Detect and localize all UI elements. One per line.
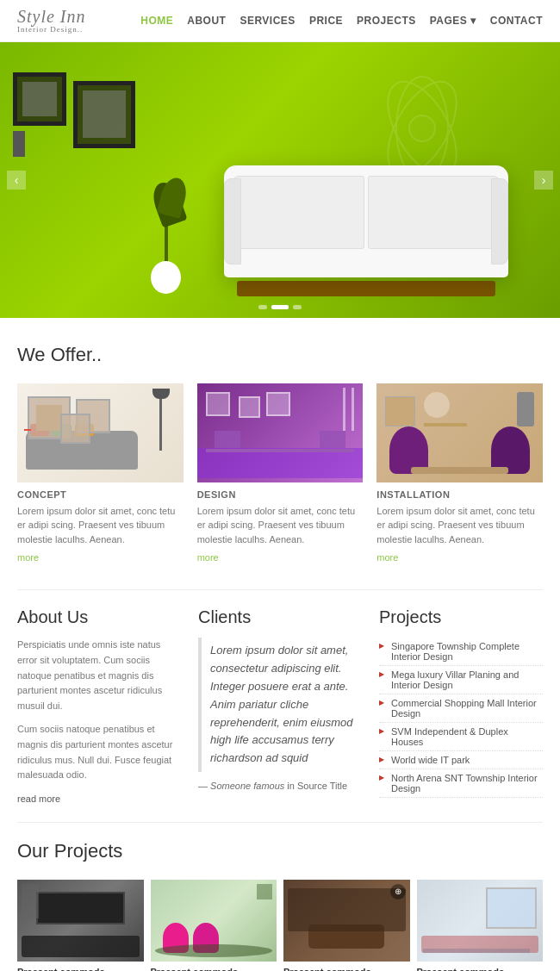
hero-dot-2[interactable] xyxy=(271,305,289,309)
offer-item-concept: CONCEPT Lorem ipsum dolor sit amet, conc… xyxy=(17,383,184,564)
nav-home[interactable]: HOME xyxy=(140,15,173,27)
concept-text: Lorem ipsum dolor sit amet, conc tetu er… xyxy=(17,504,184,547)
concept-category: CONCEPT xyxy=(17,489,184,500)
install-text: Lorem ipsum dolor sit amet, conc tetu er… xyxy=(376,504,543,547)
project-3-overlay: ⊕ xyxy=(390,884,406,899)
project-1-title: Praesent commodo xyxy=(17,967,144,971)
about-title: About Us xyxy=(17,607,181,627)
projects-list: Singapore Township Complete Interior Des… xyxy=(379,638,543,798)
offer-img-install xyxy=(376,383,543,482)
list-item: World wide IT park xyxy=(379,751,543,769)
project-item-1: Praesent commodo Nullam Condimentum Nibh… xyxy=(17,880,144,971)
project-4-title: Praesent commodo xyxy=(417,967,544,971)
hero-dot-3[interactable] xyxy=(293,305,302,309)
nav-price[interactable]: PRICE xyxy=(309,15,343,27)
offer-img-design xyxy=(197,383,364,482)
logo: Style Inn Interior Design.. xyxy=(17,7,86,34)
three-col-section: About Us Perspiciatis unde omnis iste na… xyxy=(0,590,560,821)
design-more-link[interactable]: more xyxy=(197,552,219,563)
about-read-more[interactable]: read more xyxy=(17,794,60,804)
list-item: Mega luxury Villar Planing and Interior … xyxy=(379,666,543,694)
nav-projects[interactable]: PROJECTS xyxy=(357,15,416,27)
clients-source: — Someone famous in Source Title xyxy=(198,781,362,791)
offer-grid: CONCEPT Lorem ipsum dolor sit amet, conc… xyxy=(17,383,543,564)
we-offer-section: We Offer.. xyxy=(0,318,560,590)
design-category: DESIGN xyxy=(197,489,364,500)
project-item-4: Praesent commodo Nullam Condimentum Nibh… xyxy=(417,880,544,971)
project-4-window xyxy=(486,887,537,929)
main-nav: HOME ABOUT SERVICES PRICE PROJECTS PAGES… xyxy=(140,15,543,27)
nav-services[interactable]: SERVICES xyxy=(240,15,295,27)
install-category: INSTALLATION xyxy=(376,489,543,500)
project-2-title: Praesent commodo xyxy=(151,967,277,971)
project-img-4 xyxy=(417,880,544,962)
about-text-1: Perspiciatis unde omnis iste natus error… xyxy=(17,638,181,713)
project-img-2 xyxy=(151,880,277,962)
list-item: Singapore Township Complete Interior Des… xyxy=(379,638,543,666)
nav-about[interactable]: ABOUT xyxy=(187,15,226,27)
header: Style Inn Interior Design.. HOME ABOUT S… xyxy=(0,0,560,42)
svg-point-3 xyxy=(409,115,435,141)
list-item: SVM Independent & Duplex Houses xyxy=(379,723,543,751)
clients-title: Clients xyxy=(198,607,362,627)
hero-sofa xyxy=(224,165,508,296)
hero-dot-1[interactable] xyxy=(258,305,267,309)
offer-item-installation: INSTALLATION Lorem ipsum dolor sit amet,… xyxy=(376,383,543,564)
project-item-3: ⊕ Praesent commodo Nullam Condimentum Ni… xyxy=(283,880,410,971)
projects-grid: Praesent commodo Nullam Condimentum Nibh… xyxy=(17,880,543,971)
projects-col-title: Projects xyxy=(379,607,543,627)
offer-img-concept xyxy=(17,383,184,482)
project-img-3: ⊕ xyxy=(283,880,410,962)
nav-pages[interactable]: PAGES ▾ xyxy=(430,15,476,27)
hero-prev-button[interactable]: ‹ xyxy=(7,171,26,190)
we-offer-title: We Offer.. xyxy=(17,344,543,366)
install-more-link[interactable]: more xyxy=(376,552,398,563)
projects-col: Projects Singapore Township Complete Int… xyxy=(379,607,543,804)
project-3-title: Praesent commodo xyxy=(283,967,410,971)
clients-col: Clients Lorem ipsum dolor sit amet, cons… xyxy=(198,607,362,804)
list-item: North Arena SNT Township Interior Design xyxy=(379,769,543,798)
hero-next-button[interactable]: › xyxy=(534,171,553,190)
project-img-1 xyxy=(17,880,144,962)
about-text-2: Cum sociis natoque penatibus et magnis d… xyxy=(17,722,181,782)
hero-dots xyxy=(258,305,302,309)
about-col: About Us Perspiciatis unde omnis iste na… xyxy=(17,607,181,804)
our-projects-section: Our Projects Praesent commodo Nullam Con… xyxy=(0,823,560,971)
design-text: Lorem ipsum dolor sit amet, conc tetu er… xyxy=(197,504,364,547)
clients-quote: Lorem ipsum dolor sit amet, consectetur … xyxy=(210,638,362,772)
concept-more-link[interactable]: more xyxy=(17,552,39,563)
project-item-2: Praesent commodo Nullam Condimentum Nibh… xyxy=(151,880,277,971)
our-projects-title: Our Projects xyxy=(17,840,543,862)
offer-item-design: DESIGN Lorem ipsum dolor sit amet, conc … xyxy=(197,383,364,564)
list-item: Commercial Shopping Mall Interior Design xyxy=(379,694,543,723)
project-1-tv xyxy=(36,892,125,924)
nav-contact[interactable]: CONTACT xyxy=(490,15,543,27)
hero-section: ‹ › xyxy=(0,42,560,318)
